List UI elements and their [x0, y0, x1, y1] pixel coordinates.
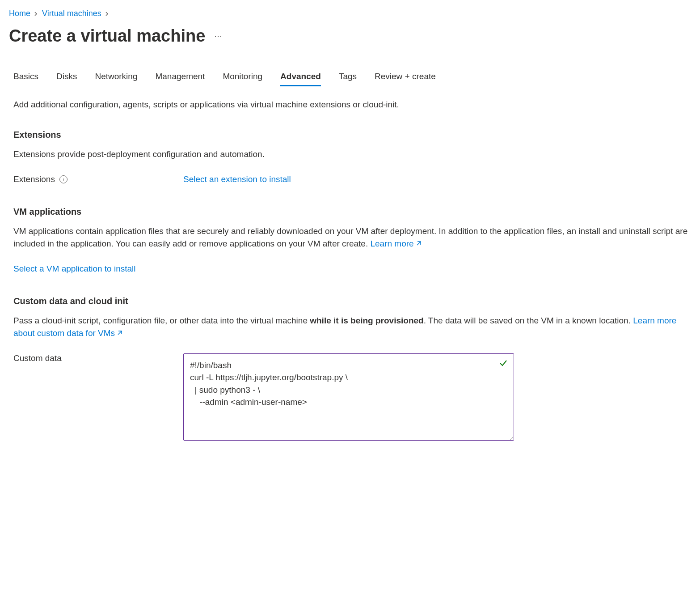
custom-data-desc: Pass a cloud-init script, configuration …: [13, 314, 691, 340]
more-icon[interactable]: ⋯: [214, 31, 223, 41]
breadcrumb-vms[interactable]: Virtual machines: [42, 9, 101, 18]
custom-data-desc-post: . The data will be saved on the VM in a …: [424, 316, 633, 325]
page-title: Create a virtual machine: [9, 26, 205, 46]
intro-text: Add additional configuration, agents, sc…: [13, 100, 691, 110]
section-extensions: Extensions Extensions provide post-deplo…: [13, 130, 691, 184]
tab-management[interactable]: Management: [155, 68, 205, 86]
custom-data-desc-bold: while it is being provisioned: [310, 316, 423, 325]
tab-advanced[interactable]: Advanced: [280, 68, 321, 86]
vm-apps-desc: VM applications contain application file…: [13, 225, 691, 251]
chevron-right-icon: [34, 10, 38, 17]
custom-data-title: Custom data and cloud init: [13, 296, 691, 306]
breadcrumb-home[interactable]: Home: [9, 9, 30, 18]
external-link-icon: [416, 240, 422, 249]
custom-data-textarea[interactable]: [183, 353, 514, 441]
section-custom-data: Custom data and cloud init Pass a cloud-…: [13, 296, 691, 442]
extensions-title: Extensions: [13, 130, 691, 140]
extensions-desc: Extensions provide post-deployment confi…: [13, 148, 691, 161]
select-extension-link[interactable]: Select an extension to install: [183, 174, 291, 184]
info-icon[interactable]: i: [59, 175, 67, 183]
page-header: Create a virtual machine ⋯: [9, 26, 691, 46]
tab-disks[interactable]: Disks: [56, 68, 77, 86]
custom-data-desc-pre: Pass a cloud-init script, configuration …: [13, 316, 310, 325]
external-link-icon: [117, 329, 122, 339]
vm-apps-title: VM applications: [13, 207, 691, 217]
custom-data-label: Custom data: [13, 353, 183, 363]
check-icon: [499, 359, 508, 370]
tab-monitoring[interactable]: Monitoring: [223, 68, 262, 86]
tab-tags[interactable]: Tags: [339, 68, 357, 86]
breadcrumb: Home Virtual machines: [9, 9, 691, 18]
section-vm-applications: VM applications VM applications contain …: [13, 207, 691, 274]
tab-review-create[interactable]: Review + create: [375, 68, 436, 86]
vm-apps-learn-more-link[interactable]: Learn more: [370, 239, 421, 248]
chevron-right-icon: [105, 10, 110, 17]
learn-more-text: Learn more: [370, 239, 413, 248]
extensions-label: Extensions i: [13, 174, 183, 184]
tab-networking[interactable]: Networking: [95, 68, 137, 86]
tabs: Basics Disks Networking Management Monit…: [13, 68, 691, 86]
extensions-label-text: Extensions: [13, 174, 55, 184]
select-vm-app-link[interactable]: Select a VM application to install: [13, 264, 691, 274]
tab-basics[interactable]: Basics: [13, 68, 38, 86]
vm-apps-desc-text: VM applications contain application file…: [13, 226, 687, 249]
